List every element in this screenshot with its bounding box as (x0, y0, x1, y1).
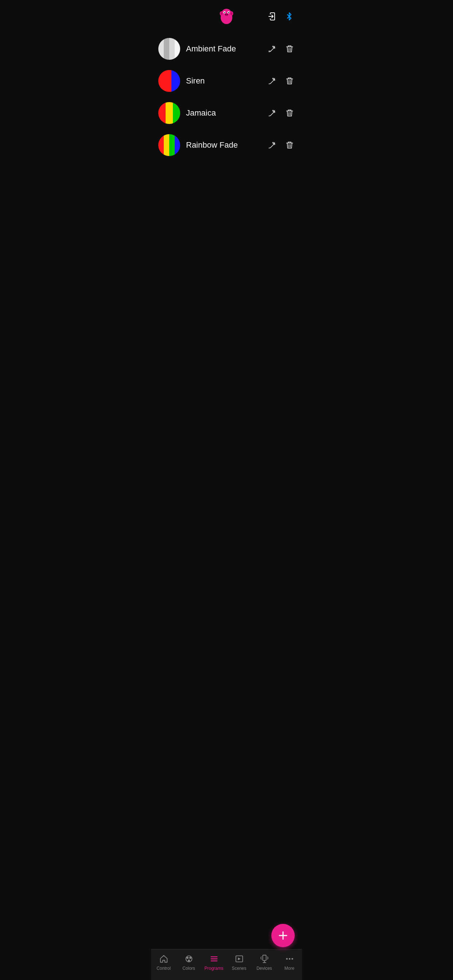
program-actions-rainbow-fade (267, 140, 295, 150)
edit-button-jamaica[interactable] (267, 108, 277, 118)
svg-point-5 (231, 12, 233, 15)
header (151, 0, 302, 29)
edit-button-siren[interactable] (267, 76, 277, 86)
nav-label-colors: Colors (182, 966, 195, 971)
program-actions-ambient-fade (267, 44, 295, 54)
svg-point-11 (225, 14, 226, 14)
svg-point-10 (225, 13, 228, 16)
svg-point-36 (286, 958, 288, 960)
program-name-ambient-fade: Ambient Fade (186, 44, 261, 54)
nav-item-control[interactable]: Control (151, 954, 176, 971)
program-name-jamaica: Jamaica (186, 108, 261, 118)
nav-label-devices: Devices (257, 966, 272, 971)
program-item-jamaica[interactable]: Jamaica (151, 97, 302, 129)
program-item-siren[interactable]: Siren (151, 65, 302, 97)
nav-item-devices[interactable]: Devices (252, 954, 277, 971)
bottom-navigation: Control Colors Programs (151, 949, 302, 980)
app-logo (217, 6, 237, 27)
svg-point-26 (189, 957, 191, 959)
plus-icon (277, 930, 289, 941)
program-icon-jamaica (158, 102, 180, 124)
nav-label-control: Control (156, 966, 171, 971)
header-actions (266, 11, 295, 22)
nav-label-more: More (284, 966, 294, 971)
delete-button-rainbow-fade[interactable] (284, 140, 295, 150)
edit-button-ambient-fade[interactable] (267, 44, 277, 54)
more-icon (284, 954, 295, 964)
delete-button-jamaica[interactable] (284, 108, 295, 118)
program-icon-ambient-fade (158, 38, 180, 60)
svg-point-4 (221, 12, 223, 15)
svg-rect-33 (263, 955, 266, 961)
program-icon-rainbow-fade (158, 134, 180, 156)
program-name-rainbow-fade: Rainbow Fade (186, 140, 261, 150)
svg-point-25 (187, 957, 188, 959)
home-icon (159, 954, 169, 964)
nav-item-scenes[interactable]: Scenes (226, 954, 252, 971)
monkey-logo-icon (217, 6, 237, 26)
add-program-fab[interactable] (271, 924, 295, 947)
program-list: Ambient Fade (151, 29, 302, 949)
edit-button-rainbow-fade[interactable] (267, 140, 277, 150)
nav-label-scenes: Scenes (231, 966, 246, 971)
nav-item-colors[interactable]: Colors (176, 954, 201, 971)
colors-icon (184, 954, 194, 964)
program-actions-jamaica (267, 108, 295, 118)
program-actions-siren (267, 76, 295, 86)
nav-item-programs[interactable]: Programs (201, 954, 226, 971)
svg-point-8 (224, 12, 225, 13)
bluetooth-button[interactable] (284, 11, 295, 22)
nav-item-more[interactable]: More (277, 954, 302, 971)
programs-icon (209, 954, 219, 964)
svg-point-12 (227, 14, 228, 14)
scenes-icon (234, 954, 244, 964)
program-item-ambient-fade[interactable]: Ambient Fade (151, 33, 302, 65)
program-item-rainbow-fade[interactable]: Rainbow Fade (151, 129, 302, 161)
devices-icon (259, 954, 270, 964)
svg-point-9 (228, 12, 230, 13)
nav-label-programs: Programs (204, 966, 223, 971)
svg-marker-32 (238, 958, 240, 960)
program-name-siren: Siren (186, 76, 261, 86)
delete-button-ambient-fade[interactable] (284, 44, 295, 54)
login-button[interactable] (266, 11, 277, 22)
svg-point-37 (289, 958, 290, 960)
delete-button-siren[interactable] (284, 76, 295, 86)
program-icon-siren (158, 70, 180, 92)
svg-point-27 (188, 959, 190, 962)
svg-point-38 (292, 958, 293, 960)
